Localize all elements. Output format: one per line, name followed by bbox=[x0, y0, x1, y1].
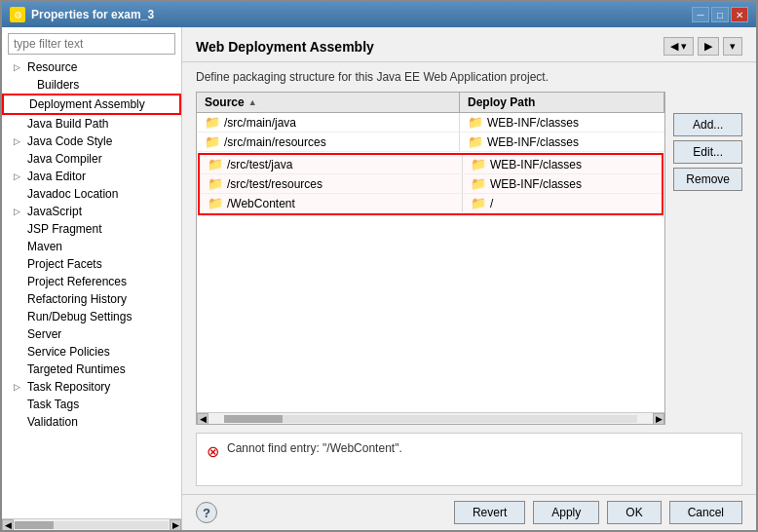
panel-title: Web Deployment Assembly bbox=[196, 39, 374, 55]
left-panel: ▷ Resource Builders Deployment Assembly … bbox=[2, 27, 182, 530]
title-bar-left: ⚙ Properties for exam_3 bbox=[10, 7, 154, 22]
forward-button[interactable]: ▶ bbox=[698, 37, 719, 56]
sidebar-item-label: Run/Debug Settings bbox=[27, 310, 132, 323]
highlighted-rows-group: 📁 /src/test/java 📁 WEB-INF/classes bbox=[198, 153, 663, 215]
table-row[interactable]: 📁 /src/test/resources 📁 WEB-INF/classes bbox=[200, 174, 662, 194]
sidebar-item-validation[interactable]: Validation bbox=[2, 413, 181, 431]
sidebar-item-service-policies[interactable]: Service Policies bbox=[2, 343, 181, 361]
col-header-source: Source ▲ bbox=[197, 93, 460, 112]
scrollbar-track-h bbox=[15, 521, 169, 529]
table-row[interactable]: 📁 /WebContent 📁 / bbox=[200, 194, 662, 213]
menu-button[interactable]: ▾ bbox=[723, 37, 742, 56]
col-deploy-label: Deploy Path bbox=[468, 95, 535, 109]
sidebar-item-deployment-assembly[interactable]: Deployment Assembly bbox=[2, 94, 181, 115]
sidebar-item-label: Javadoc Location bbox=[27, 187, 118, 201]
sidebar-item-label: Deployment Assembly bbox=[29, 97, 145, 111]
source-cell: 📁 /src/test/resources bbox=[200, 174, 463, 193]
table-body: 📁 /src/main/java 📁 WEB-INF/classes bbox=[197, 113, 664, 412]
sidebar-item-javascript[interactable]: ▷ JavaScript bbox=[2, 203, 181, 220]
expand-arrow: ▷ bbox=[14, 62, 23, 72]
minimize-button[interactable]: ─ bbox=[692, 7, 709, 22]
scrollbar-thumb-h bbox=[15, 521, 54, 529]
sidebar-item-java-code-style[interactable]: ▷ Java Code Style bbox=[2, 133, 181, 150]
back-button[interactable]: ◀ ▾ bbox=[663, 37, 694, 56]
error-box: ⊗ Cannot find entry: "/WebContent". bbox=[196, 433, 742, 486]
sidebar-item-jsp-fragment[interactable]: JSP Fragment bbox=[2, 220, 181, 238]
table-row[interactable]: 📁 /src/main/java 📁 WEB-INF/classes bbox=[197, 113, 664, 133]
apply-button[interactable]: Apply bbox=[533, 501, 599, 524]
sidebar-item-maven[interactable]: Maven bbox=[2, 238, 181, 255]
sidebar-item-label: Project References bbox=[27, 275, 127, 288]
window-title: Properties for exam_3 bbox=[31, 8, 154, 21]
edit-button[interactable]: Edit... bbox=[673, 140, 742, 164]
main-window: ⚙ Properties for exam_3 ─ □ ✕ ▷ Resource bbox=[0, 0, 758, 532]
sidebar-item-run-debug-settings[interactable]: Run/Debug Settings bbox=[2, 308, 181, 325]
source-value: /src/test/java bbox=[227, 158, 292, 171]
error-icon: ⊗ bbox=[207, 442, 219, 461]
scroll-left-table[interactable]: ◀ bbox=[197, 413, 208, 425]
sidebar-item-label: Project Facets bbox=[27, 257, 102, 271]
deploy-cell: 📁 / bbox=[463, 194, 662, 212]
sidebar-item-project-references[interactable]: Project References bbox=[2, 273, 181, 290]
sidebar-item-resource[interactable]: ▷ Resource bbox=[2, 58, 181, 76]
source-cell: 📁 /src/main/java bbox=[197, 113, 460, 132]
sidebar-item-label: Java Code Style bbox=[27, 134, 112, 148]
expand-arrow: ▷ bbox=[14, 171, 23, 181]
source-value: /src/main/resources bbox=[224, 135, 326, 149]
sidebar-item-task-repository[interactable]: ▷ Task Repository bbox=[2, 378, 181, 396]
maximize-button[interactable]: □ bbox=[711, 7, 729, 22]
sidebar-item-label: Resource bbox=[27, 60, 77, 74]
sidebar-item-label: Targeted Runtimes bbox=[27, 362, 126, 376]
source-value: /WebContent bbox=[227, 197, 295, 210]
cancel-button[interactable]: Cancel bbox=[669, 501, 742, 524]
sidebar-item-targeted-runtimes[interactable]: Targeted Runtimes bbox=[2, 361, 181, 378]
right-body: Define packaging structure for this Java… bbox=[182, 62, 756, 494]
remove-button[interactable]: Remove bbox=[673, 168, 742, 191]
scrollbar-thumb bbox=[224, 415, 283, 423]
sidebar-item-project-facets[interactable]: Project Facets bbox=[2, 255, 181, 273]
sidebar-item-refactoring-history[interactable]: Refactoring History bbox=[2, 290, 181, 308]
sidebar-item-server[interactable]: Server bbox=[2, 325, 181, 343]
sidebar-item-java-build-path[interactable]: Java Build Path bbox=[2, 115, 181, 133]
table-row[interactable]: 📁 /src/main/resources 📁 WEB-INF/classes bbox=[197, 133, 664, 152]
tree-container: ▷ Resource Builders Deployment Assembly … bbox=[2, 58, 181, 518]
sidebar-item-builders[interactable]: Builders bbox=[2, 76, 181, 94]
deploy-cell: 📁 WEB-INF/classes bbox=[463, 174, 662, 193]
scrollbar-track bbox=[224, 415, 637, 423]
folder-icon: 📁 bbox=[468, 134, 483, 149]
filter-input[interactable] bbox=[8, 33, 175, 55]
col-header-deploy: Deploy Path bbox=[460, 93, 664, 112]
col-source-label: Source bbox=[205, 95, 245, 109]
table-with-buttons: Source ▲ Deploy Path bbox=[196, 92, 742, 425]
table-row[interactable]: 📁 /src/test/java 📁 WEB-INF/classes bbox=[200, 155, 662, 174]
title-bar: ⚙ Properties for exam_3 ─ □ ✕ bbox=[2, 2, 756, 27]
scroll-right-btn[interactable]: ▶ bbox=[170, 519, 181, 531]
folder-icon: 📁 bbox=[471, 176, 486, 191]
title-controls: ─ □ ✕ bbox=[692, 7, 748, 22]
sidebar-item-javadoc-location[interactable]: Javadoc Location bbox=[2, 185, 181, 203]
right-header: Web Deployment Assembly ◀ ▾ ▶ ▾ bbox=[182, 27, 756, 62]
folder-icon: 📁 bbox=[468, 115, 483, 130]
source-value: /src/test/resources bbox=[227, 177, 322, 191]
sidebar-item-java-editor[interactable]: ▷ Java Editor bbox=[2, 168, 181, 185]
help-button[interactable]: ? bbox=[196, 502, 217, 523]
sidebar-item-label: Server bbox=[27, 327, 61, 341]
sidebar-item-task-tags[interactable]: Task Tags bbox=[2, 396, 181, 413]
sidebar-item-java-compiler[interactable]: Java Compiler bbox=[2, 150, 181, 168]
scroll-left-btn[interactable]: ◀ bbox=[2, 519, 14, 531]
expand-arrow: ▷ bbox=[14, 136, 23, 146]
header-nav: ◀ ▾ ▶ ▾ bbox=[663, 37, 742, 56]
folder-icon: 📁 bbox=[208, 196, 223, 210]
source-cell: 📁 /WebContent bbox=[200, 194, 463, 212]
table-scrollbar[interactable]: ◀ ▶ bbox=[197, 412, 664, 424]
folder-icon: 📁 bbox=[205, 115, 220, 130]
scroll-right-table[interactable]: ▶ bbox=[653, 413, 664, 425]
add-button[interactable]: Add... bbox=[673, 113, 742, 136]
horizontal-scrollbar[interactable]: ◀ ▶ bbox=[2, 518, 181, 530]
description-text: Define packaging structure for this Java… bbox=[196, 70, 742, 84]
sidebar-item-label: Refactoring History bbox=[27, 292, 127, 306]
folder-icon: 📁 bbox=[471, 157, 486, 171]
ok-button[interactable]: OK bbox=[607, 501, 661, 524]
close-button[interactable]: ✕ bbox=[731, 7, 748, 22]
revert-button[interactable]: Revert bbox=[454, 501, 525, 524]
